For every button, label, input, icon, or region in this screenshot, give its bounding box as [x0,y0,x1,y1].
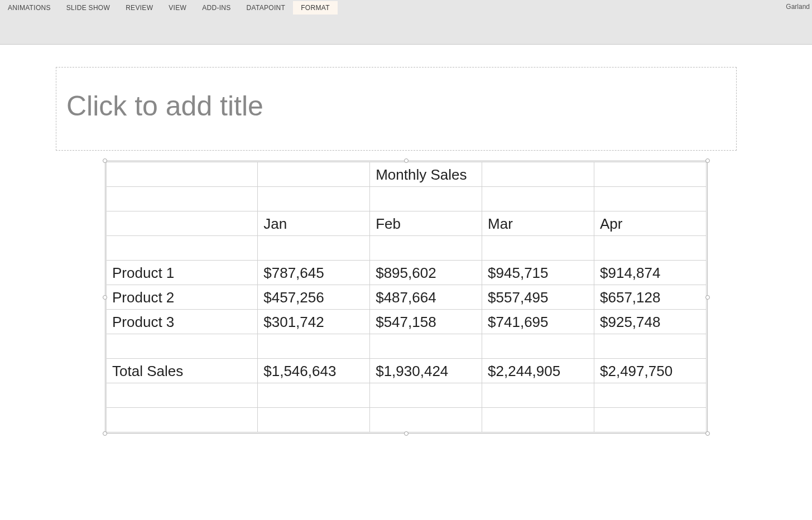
tab-format[interactable]: FORMAT [293,1,338,15]
row-label-product1[interactable]: Product 1 [107,261,258,285]
table-cell-blank[interactable] [594,408,707,432]
table-cell-blank[interactable] [594,236,707,261]
table-cell-blank[interactable] [594,334,707,359]
table-cell-blank[interactable] [370,383,482,408]
table-cell-blank[interactable] [258,383,370,408]
user-name-label[interactable]: Garland [786,3,810,11]
table-row[interactable]: Product 3 $301,742 $547,158 $741,695 $92… [107,310,707,334]
tab-datapoint[interactable]: DATAPOINT [239,1,294,15]
cell-value[interactable]: $741,695 [482,310,594,334]
table-cell-blank[interactable] [370,334,482,359]
cell-value[interactable]: $301,742 [258,310,370,334]
table-cell-blank[interactable] [482,236,594,261]
table-cell-blank[interactable] [258,408,370,432]
cell-value[interactable]: $657,128 [594,285,707,310]
cell-value[interactable]: $2,497,750 [594,359,707,383]
sales-table[interactable]: Monthly Sales Jan Feb Mar Apr [106,162,707,432]
cell-value[interactable]: $1,930,424 [370,359,482,383]
table-cell-blank[interactable] [370,408,482,432]
table-row[interactable] [107,408,707,432]
table-cell-blank[interactable] [370,236,482,261]
table-selection-wrap: Monthly Sales Jan Feb Mar Apr [106,162,707,432]
resize-handle-top-left[interactable] [103,158,107,163]
table-cell-blank[interactable] [594,162,707,187]
tab-review[interactable]: REVIEW [118,1,161,15]
tab-slide-show[interactable]: SLIDE SHOW [59,1,118,15]
resize-handle-top-mid[interactable] [404,158,409,163]
row-label-total[interactable]: Total Sales [107,359,258,383]
table-cell-blank[interactable] [107,408,258,432]
cell-value[interactable]: $895,602 [370,261,482,285]
cell-value[interactable]: $945,715 [482,261,594,285]
table-cell-blank[interactable] [482,334,594,359]
tab-add-ins[interactable]: ADD-INS [194,1,238,15]
cell-value[interactable]: $457,256 [258,285,370,310]
cell-value[interactable]: $2,244,905 [482,359,594,383]
table-cell-blank[interactable] [258,334,370,359]
table-row[interactable]: Product 2 $457,256 $487,664 $557,495 $65… [107,285,707,310]
cell-value[interactable]: $787,645 [258,261,370,285]
tab-animations[interactable]: ANIMATIONS [0,1,59,15]
table-title-cell[interactable]: Monthly Sales [370,162,482,187]
resize-handle-top-right[interactable] [705,158,710,163]
slide: Click to add title Monthly Sales [6,67,753,432]
table-cell-blank[interactable] [107,187,258,211]
table-cell-blank[interactable] [482,187,594,211]
resize-handle-bottom-right[interactable] [705,431,710,436]
table-row[interactable] [107,236,707,261]
resize-handle-bottom-left[interactable] [103,431,107,436]
table-cell-blank[interactable] [594,187,707,211]
resize-handle-mid-right[interactable] [705,295,710,300]
ribbon: ANIMATIONS SLIDE SHOW REVIEW VIEW ADD-IN… [0,0,812,45]
title-placeholder[interactable]: Click to add title [56,67,737,151]
row-label-product3[interactable]: Product 3 [107,310,258,334]
cell-value[interactable]: $557,495 [482,285,594,310]
table-cell-blank[interactable] [107,236,258,261]
table-row[interactable]: Total Sales $1,546,643 $1,930,424 $2,244… [107,359,707,383]
resize-handle-bottom-mid[interactable] [404,431,409,436]
row-label-product2[interactable]: Product 2 [107,285,258,310]
month-header-apr[interactable]: Apr [594,211,707,236]
table-cell-blank[interactable] [258,187,370,211]
table-cell-blank[interactable] [107,162,258,187]
table-row[interactable]: Monthly Sales [107,162,707,187]
month-header-feb[interactable]: Feb [370,211,482,236]
cell-value[interactable]: $547,158 [370,310,482,334]
table-cell-blank[interactable] [594,383,707,408]
table-cell-blank[interactable] [107,211,258,236]
slide-canvas[interactable]: Click to add title Monthly Sales [0,45,812,432]
table-row[interactable]: Product 1 $787,645 $895,602 $945,715 $91… [107,261,707,285]
table-cell-blank[interactable] [482,383,594,408]
tab-view[interactable]: VIEW [161,1,194,15]
table-cell-blank[interactable] [258,162,370,187]
ribbon-toolbar-area [0,16,812,45]
cell-value[interactable]: $1,546,643 [258,359,370,383]
ribbon-tabs-row: ANIMATIONS SLIDE SHOW REVIEW VIEW ADD-IN… [0,0,812,16]
table-cell-blank[interactable] [482,408,594,432]
table-row[interactable] [107,383,707,408]
table-cell-blank[interactable] [258,236,370,261]
resize-handle-mid-left[interactable] [103,295,107,300]
table-row[interactable] [107,187,707,211]
cell-value[interactable]: $487,664 [370,285,482,310]
table-cell-blank[interactable] [370,187,482,211]
cell-value[interactable]: $925,748 [594,310,707,334]
table-cell-blank[interactable] [107,334,258,359]
table-row[interactable]: Jan Feb Mar Apr [107,211,707,236]
table-cell-blank[interactable] [482,162,594,187]
table-cell-blank[interactable] [107,383,258,408]
table-row[interactable] [107,334,707,359]
month-header-mar[interactable]: Mar [482,211,594,236]
cell-value[interactable]: $914,874 [594,261,707,285]
month-header-jan[interactable]: Jan [258,211,370,236]
